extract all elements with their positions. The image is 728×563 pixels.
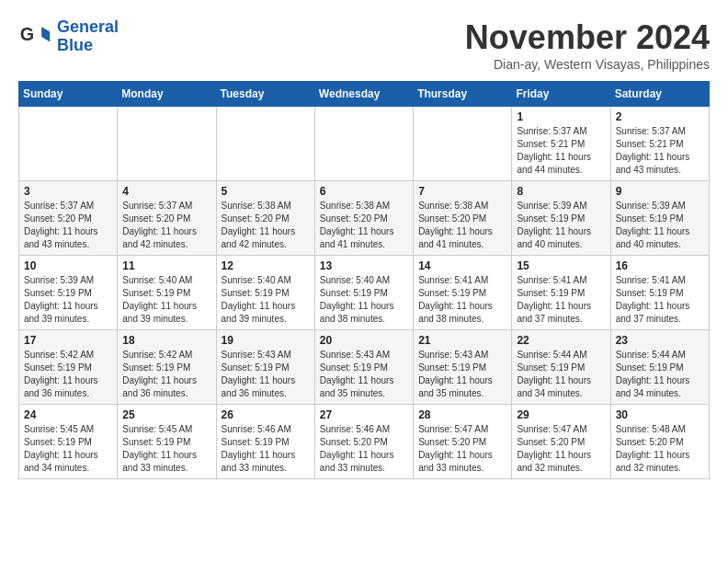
calendar-cell: 9Sunrise: 5:39 AM Sunset: 5:19 PM Daylig…	[610, 181, 709, 256]
svg-text:G: G	[20, 23, 34, 43]
day-number: 2	[616, 110, 704, 123]
day-info: Sunrise: 5:43 AM Sunset: 5:19 PM Dayligh…	[418, 349, 506, 400]
day-info: Sunrise: 5:41 AM Sunset: 5:19 PM Dayligh…	[517, 274, 605, 326]
day-info: Sunrise: 5:42 AM Sunset: 5:19 PM Dayligh…	[122, 349, 210, 400]
calendar-cell: 19Sunrise: 5:43 AM Sunset: 5:19 PM Dayli…	[216, 330, 314, 405]
calendar-cell: 18Sunrise: 5:42 AM Sunset: 5:19 PM Dayli…	[118, 330, 216, 405]
page-header: G General Blue November 2024 Dian-ay, We…	[18, 18, 710, 72]
day-number: 21	[418, 334, 506, 347]
day-number: 29	[517, 408, 605, 421]
calendar-cell: 20Sunrise: 5:43 AM Sunset: 5:19 PM Dayli…	[314, 330, 413, 405]
calendar-cell: 24Sunrise: 5:45 AM Sunset: 5:19 PM Dayli…	[19, 405, 118, 479]
day-info: Sunrise: 5:38 AM Sunset: 5:20 PM Dayligh…	[418, 200, 506, 251]
logo-general: General	[57, 17, 119, 36]
day-info: Sunrise: 5:45 AM Sunset: 5:19 PM Dayligh…	[24, 423, 112, 475]
weekday-header-friday: Friday	[512, 82, 610, 107]
day-info: Sunrise: 5:37 AM Sunset: 5:21 PM Dayligh…	[517, 125, 605, 177]
calendar-cell: 12Sunrise: 5:40 AM Sunset: 5:19 PM Dayli…	[216, 256, 314, 330]
day-info: Sunrise: 5:40 AM Sunset: 5:19 PM Dayligh…	[222, 274, 310, 326]
day-info: Sunrise: 5:39 AM Sunset: 5:19 PM Dayligh…	[616, 200, 704, 251]
calendar-cell: 23Sunrise: 5:44 AM Sunset: 5:19 PM Dayli…	[610, 330, 709, 405]
calendar-cell: 8Sunrise: 5:39 AM Sunset: 5:19 PM Daylig…	[512, 181, 610, 256]
weekday-header-monday: Monday	[118, 82, 216, 107]
calendar-cell: 25Sunrise: 5:45 AM Sunset: 5:19 PM Dayli…	[118, 405, 216, 479]
calendar-week-2: 3Sunrise: 5:37 AM Sunset: 5:20 PM Daylig…	[19, 181, 710, 256]
day-number: 18	[122, 334, 210, 347]
day-number: 26	[222, 408, 310, 421]
day-info: Sunrise: 5:44 AM Sunset: 5:19 PM Dayligh…	[616, 349, 704, 400]
day-number: 7	[418, 185, 506, 198]
day-info: Sunrise: 5:37 AM Sunset: 5:20 PM Dayligh…	[24, 200, 112, 251]
calendar-cell: 10Sunrise: 5:39 AM Sunset: 5:19 PM Dayli…	[19, 256, 118, 330]
calendar-cell: 11Sunrise: 5:40 AM Sunset: 5:19 PM Dayli…	[118, 256, 216, 330]
day-info: Sunrise: 5:39 AM Sunset: 5:19 PM Dayligh…	[24, 274, 112, 326]
weekday-header-wednesday: Wednesday	[314, 82, 413, 107]
day-number: 13	[320, 259, 408, 272]
weekday-header-tuesday: Tuesday	[216, 82, 314, 107]
day-info: Sunrise: 5:40 AM Sunset: 5:19 PM Dayligh…	[122, 274, 210, 326]
day-number: 4	[122, 185, 210, 198]
calendar-cell: 17Sunrise: 5:42 AM Sunset: 5:19 PM Dayli…	[19, 330, 118, 405]
calendar-cell: 6Sunrise: 5:38 AM Sunset: 5:20 PM Daylig…	[314, 181, 413, 256]
day-info: Sunrise: 5:46 AM Sunset: 5:20 PM Dayligh…	[320, 423, 408, 475]
day-info: Sunrise: 5:47 AM Sunset: 5:20 PM Dayligh…	[517, 423, 605, 475]
calendar-cell: 2Sunrise: 5:37 AM Sunset: 5:21 PM Daylig…	[610, 107, 709, 181]
day-number: 28	[418, 408, 506, 421]
calendar-cell: 7Sunrise: 5:38 AM Sunset: 5:20 PM Daylig…	[414, 181, 512, 256]
day-number: 1	[517, 110, 605, 123]
day-number: 8	[517, 185, 605, 198]
month-title: November 2024	[465, 18, 710, 57]
location: Dian-ay, Western Visayas, Philippines	[465, 57, 710, 72]
title-section: November 2024 Dian-ay, Western Visayas, …	[465, 18, 710, 72]
day-number: 6	[320, 185, 408, 198]
day-info: Sunrise: 5:38 AM Sunset: 5:20 PM Dayligh…	[222, 200, 310, 251]
day-number: 12	[222, 259, 310, 272]
day-info: Sunrise: 5:38 AM Sunset: 5:20 PM Dayligh…	[320, 200, 408, 251]
day-info: Sunrise: 5:41 AM Sunset: 5:19 PM Dayligh…	[616, 274, 704, 326]
day-number: 15	[517, 259, 605, 272]
calendar-cell: 15Sunrise: 5:41 AM Sunset: 5:19 PM Dayli…	[512, 256, 610, 330]
day-number: 27	[320, 408, 408, 421]
logo-icon: G	[18, 20, 51, 53]
day-info: Sunrise: 5:44 AM Sunset: 5:19 PM Dayligh…	[517, 349, 605, 400]
logo: G General Blue	[18, 18, 119, 55]
day-number: 30	[616, 408, 704, 421]
day-number: 3	[24, 185, 112, 198]
day-info: Sunrise: 5:37 AM Sunset: 5:21 PM Dayligh…	[616, 125, 704, 177]
calendar-cell: 26Sunrise: 5:46 AM Sunset: 5:19 PM Dayli…	[216, 405, 314, 479]
calendar-cell: 16Sunrise: 5:41 AM Sunset: 5:19 PM Dayli…	[610, 256, 709, 330]
day-info: Sunrise: 5:40 AM Sunset: 5:19 PM Dayligh…	[320, 274, 408, 326]
calendar-cell: 22Sunrise: 5:44 AM Sunset: 5:19 PM Dayli…	[512, 330, 610, 405]
calendar-cell: 4Sunrise: 5:37 AM Sunset: 5:20 PM Daylig…	[118, 181, 216, 256]
day-number: 5	[222, 185, 310, 198]
day-info: Sunrise: 5:46 AM Sunset: 5:19 PM Dayligh…	[222, 423, 310, 475]
calendar-cell: 30Sunrise: 5:48 AM Sunset: 5:20 PM Dayli…	[610, 405, 709, 479]
calendar-week-5: 24Sunrise: 5:45 AM Sunset: 5:19 PM Dayli…	[19, 405, 710, 479]
day-number: 10	[24, 259, 112, 272]
calendar-cell: 29Sunrise: 5:47 AM Sunset: 5:20 PM Dayli…	[512, 405, 610, 479]
day-number: 23	[616, 334, 704, 347]
calendar-cell: 28Sunrise: 5:47 AM Sunset: 5:20 PM Dayli…	[414, 405, 512, 479]
day-number: 24	[24, 408, 112, 421]
day-number: 25	[122, 408, 210, 421]
calendar-cell	[118, 107, 216, 181]
day-info: Sunrise: 5:37 AM Sunset: 5:20 PM Dayligh…	[122, 200, 210, 251]
day-number: 16	[616, 259, 704, 272]
day-info: Sunrise: 5:45 AM Sunset: 5:19 PM Dayligh…	[122, 423, 210, 475]
calendar-cell: 27Sunrise: 5:46 AM Sunset: 5:20 PM Dayli…	[314, 405, 413, 479]
calendar-cell	[314, 107, 413, 181]
logo-blue: Blue	[57, 36, 93, 54]
weekday-header-thursday: Thursday	[414, 82, 512, 107]
day-number: 19	[222, 334, 310, 347]
calendar-cell	[414, 107, 512, 181]
weekday-header-saturday: Saturday	[610, 82, 709, 107]
calendar-cell: 21Sunrise: 5:43 AM Sunset: 5:19 PM Dayli…	[414, 330, 512, 405]
calendar-cell	[19, 107, 118, 181]
calendar-week-1: 1Sunrise: 5:37 AM Sunset: 5:21 PM Daylig…	[19, 107, 710, 181]
calendar-week-4: 17Sunrise: 5:42 AM Sunset: 5:19 PM Dayli…	[19, 330, 710, 405]
calendar-cell: 1Sunrise: 5:37 AM Sunset: 5:21 PM Daylig…	[512, 107, 610, 181]
day-number: 17	[24, 334, 112, 347]
day-info: Sunrise: 5:43 AM Sunset: 5:19 PM Dayligh…	[222, 349, 310, 400]
day-number: 22	[517, 334, 605, 347]
weekday-header-row: SundayMondayTuesdayWednesdayThursdayFrid…	[19, 82, 710, 107]
